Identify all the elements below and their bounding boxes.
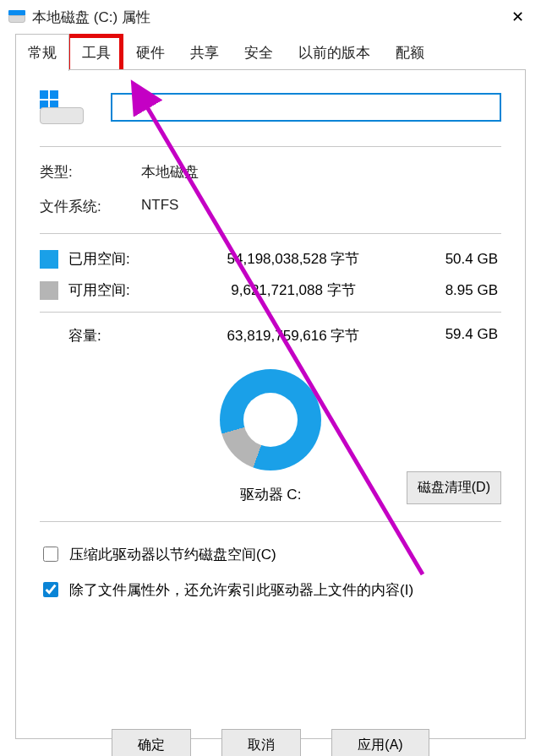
tab-sharing[interactable]: 共享 xyxy=(178,34,232,71)
ok-button[interactable]: 确定 xyxy=(112,729,191,756)
drive-icon xyxy=(8,10,25,24)
used-gb: 50.4 GB xyxy=(425,251,501,268)
tab-quota[interactable]: 配额 xyxy=(383,34,437,71)
free-swatch-icon xyxy=(40,281,58,300)
tab-tools[interactable]: 工具 xyxy=(69,34,123,71)
divider xyxy=(40,312,501,313)
tab-hardware[interactable]: 硬件 xyxy=(123,34,178,71)
apply-button[interactable]: 应用(A) xyxy=(331,729,429,756)
type-label: 类型: xyxy=(40,162,141,182)
capacity-bytes: 63,819,759,616 字节 xyxy=(170,326,417,345)
index-checkbox[interactable] xyxy=(43,582,58,597)
capacity-gb: 59.4 GB xyxy=(425,326,501,345)
divider xyxy=(40,521,501,522)
cancel-button[interactable]: 取消 xyxy=(221,729,301,756)
window-title: 本地磁盘 (C:) 属性 xyxy=(32,8,499,27)
tab-strip: 常规 工具 硬件 共享 安全 以前的版本 配额 xyxy=(0,34,541,71)
index-checkbox-row[interactable]: 除了文件属性外，还允许索引此驱动器上文件的内容(I) xyxy=(40,579,501,600)
divider xyxy=(40,146,501,147)
used-swatch-icon xyxy=(40,250,58,269)
compress-checkbox-row[interactable]: 压缩此驱动器以节约磁盘空间(C) xyxy=(40,544,501,564)
compress-checkbox[interactable] xyxy=(43,547,58,562)
free-label: 可用空间: xyxy=(68,280,161,300)
index-label: 除了文件属性外，还允许索引此驱动器上文件的内容(I) xyxy=(69,580,413,600)
volume-name-input[interactable] xyxy=(111,93,501,122)
close-button[interactable]: ✕ xyxy=(499,0,536,34)
free-gb: 8.95 GB xyxy=(425,282,501,299)
capacity-label: 容量: xyxy=(68,326,161,345)
divider xyxy=(40,233,501,234)
type-value: 本地磁盘 xyxy=(141,162,501,182)
filesystem-value: NTFS xyxy=(141,197,501,216)
titlebar: 本地磁盘 (C:) 属性 ✕ xyxy=(0,0,541,34)
usage-pie-chart xyxy=(220,369,321,470)
disk-cleanup-button[interactable]: 磁盘清理(D) xyxy=(407,471,501,504)
tab-security[interactable]: 安全 xyxy=(232,34,286,71)
drive-label: 驱动器 C: xyxy=(240,485,302,504)
used-label: 已用空间: xyxy=(68,249,161,269)
tab-previous-versions[interactable]: 以前的版本 xyxy=(286,34,383,71)
used-bytes: 54,198,038,528 字节 xyxy=(170,249,417,269)
drive-large-icon xyxy=(40,90,84,124)
tab-general[interactable]: 常规 xyxy=(15,34,69,71)
free-bytes: 9,621,721,088 字节 xyxy=(170,280,417,300)
compress-label: 压缩此驱动器以节约磁盘空间(C) xyxy=(69,545,276,564)
filesystem-label: 文件系统: xyxy=(40,197,141,216)
options-checks: 压缩此驱动器以节约磁盘空间(C) 除了文件属性外，还允许索引此驱动器上文件的内容… xyxy=(40,544,501,600)
tab-content-general: 类型: 本地磁盘 文件系统: NTFS 已用空间: 54,198,038,528… xyxy=(15,69,526,739)
